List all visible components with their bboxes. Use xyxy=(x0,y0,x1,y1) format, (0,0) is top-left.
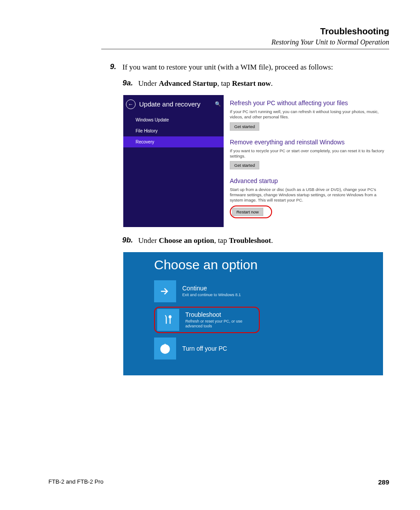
bold: Advanced Startup xyxy=(159,79,217,88)
advanced-heading: Advanced startup xyxy=(230,177,390,184)
bold: Choose an option xyxy=(159,236,214,245)
refresh-heading: Refresh your PC without affecting your f… xyxy=(230,99,390,106)
bold: Restart now xyxy=(232,79,271,88)
refresh-desc: If your PC isn't running well, you can r… xyxy=(230,109,390,120)
step-9: 9. If you want to restore your unit (wit… xyxy=(106,62,389,73)
back-icon[interactable]: ← xyxy=(126,99,136,109)
t: . xyxy=(271,236,273,245)
highlight-rect: Troubleshoot Refresh or reset your PC, o… xyxy=(154,307,260,333)
t: Under xyxy=(138,236,159,245)
step-text: If you want to restore your unit (with a… xyxy=(122,62,389,73)
troubleshoot-tile xyxy=(157,309,179,331)
continue-label: Continue xyxy=(182,285,241,292)
header-rule xyxy=(101,49,389,49)
step-9a: 9a. Under Advanced Startup, tap Restart … xyxy=(119,79,389,89)
advanced-desc: Start up from a device or disc (such as … xyxy=(230,187,390,203)
option-troubleshoot[interactable]: Troubleshoot Refresh or reset your PC, o… xyxy=(157,309,256,331)
option-continue[interactable]: Continue Exit and continue to Windows 8.… xyxy=(154,280,374,302)
t: Under xyxy=(138,79,159,88)
page-number: 289 xyxy=(378,478,389,486)
page-subtitle: Restoring Your Unit to Normal Operation xyxy=(101,38,389,46)
turnoff-label: Turn off your PC xyxy=(182,345,227,352)
footer-left: FTB-2 and FTB-2 Pro xyxy=(48,478,103,486)
screenshot-choose-option: Choose an option Continue Exit and conti… xyxy=(123,252,383,375)
remove-heading: Remove everything and reinstall Windows xyxy=(230,139,390,146)
panel-title: Update and recovery xyxy=(139,100,215,108)
step-9b: 9b. Under Choose an option, tap Troubles… xyxy=(119,236,389,246)
screenshot-update-recovery: ← Update and recovery 🔍 Windows Update F… xyxy=(123,95,392,227)
highlight-oval: Restart now xyxy=(230,205,272,218)
page-footer: FTB-2 and FTB-2 Pro 289 xyxy=(48,478,389,486)
option-turnoff[interactable]: Turn off your PC xyxy=(154,338,374,360)
substep-text: Under Advanced Startup, tap Restart now. xyxy=(138,79,389,89)
power-icon xyxy=(159,342,171,355)
t: , tap xyxy=(217,79,232,88)
search-icon[interactable]: 🔍 xyxy=(215,101,221,107)
remove-desc: If you want to recycle your PC or start … xyxy=(230,148,390,159)
continue-desc: Exit and continue to Windows 8.1 xyxy=(182,293,241,297)
choose-option-title: Choose an option xyxy=(154,257,374,272)
settings-content: Refresh your PC without affecting your f… xyxy=(224,95,392,227)
settings-nav-panel: ← Update and recovery 🔍 Windows Update F… xyxy=(123,95,224,227)
restart-now-button[interactable]: Restart now xyxy=(232,208,263,216)
bold: Troubleshoot xyxy=(229,236,271,245)
substep-text: Under Choose an option, tap Troubleshoot… xyxy=(138,236,389,246)
refresh-get-started-button[interactable]: Get started xyxy=(230,122,259,131)
substep-number: 9b. xyxy=(119,236,133,246)
tools-icon xyxy=(162,314,174,326)
remove-get-started-button[interactable]: Get started xyxy=(230,161,259,169)
continue-tile xyxy=(154,280,176,302)
t: , tap xyxy=(214,236,229,245)
substep-number: 9a. xyxy=(119,79,133,89)
nav-recovery[interactable]: Recovery xyxy=(123,136,224,147)
troubleshoot-desc: Refresh or reset your PC, or use advance… xyxy=(185,319,256,329)
arrow-right-icon xyxy=(159,285,171,297)
turnoff-tile xyxy=(154,338,176,360)
troubleshoot-label: Troubleshoot xyxy=(185,311,256,318)
nav-file-history[interactable]: File History xyxy=(131,125,224,136)
step-number: 9. xyxy=(106,62,116,73)
t: . xyxy=(271,79,273,88)
page-title: Troubleshooting xyxy=(101,26,389,37)
nav-windows-update[interactable]: Windows Update xyxy=(131,114,224,125)
